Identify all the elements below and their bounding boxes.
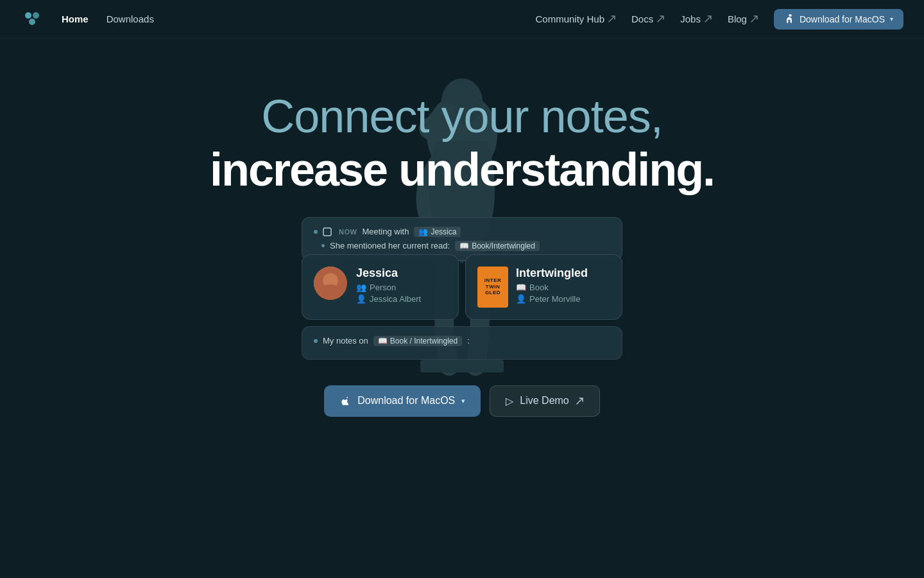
note-row-book: She mentioned her current read: 📖 Book/I… — [314, 241, 610, 251]
external-link-icon — [576, 397, 584, 405]
book-card: INTER TWIN GLED Intertwingled 📖 Book 👤 P… — [465, 254, 622, 320]
hero-title: Connect your notes, increase understandi… — [210, 90, 714, 197]
nav-community-hub[interactable]: Community Hub — [535, 13, 616, 24]
book-name: Intertwingled — [516, 267, 610, 280]
svg-point-11 — [324, 274, 337, 287]
nav-right: Community Hub Docs Jobs Blog Download fo… — [535, 9, 903, 30]
nav-blog[interactable]: Blog — [728, 13, 758, 24]
hero-section: Connect your notes, increase understandi… — [0, 39, 924, 578]
nav-home[interactable]: Home — [62, 13, 89, 24]
book-notes-tag: 📖 Book / Intertwingled — [373, 336, 462, 346]
navbar: Home Downloads Community Hub Docs Jobs B… — [0, 0, 924, 39]
nav-left: Home Downloads — [21, 8, 154, 31]
dot-icon — [321, 244, 325, 247]
nav-downloads[interactable]: Downloads — [107, 13, 154, 24]
note-card-bottom: My notes on 📖 Book / Intertwingled : — [302, 326, 622, 360]
cta-download-chevron-icon: ▾ — [461, 397, 465, 405]
entity-cards-row: Jessica 👥 Person 👤 Jessica Albert INTER … — [302, 254, 622, 320]
app-logo[interactable] — [21, 8, 44, 31]
svg-point-10 — [320, 288, 341, 300]
download-chevron-icon: ▾ — [890, 15, 893, 22]
jessica-info: Jessica 👥 Person 👤 Jessica Albert — [356, 267, 447, 304]
svg-point-2 — [29, 19, 35, 25]
nav-docs[interactable]: Docs — [631, 13, 665, 24]
dot-icon — [314, 339, 318, 343]
note-row-mynotes: My notes on 📖 Book / Intertwingled : — [314, 336, 610, 346]
person-card: Jessica 👥 Person 👤 Jessica Albert — [302, 254, 459, 320]
jessica-sub: 👤 Jessica Albert — [356, 294, 447, 304]
jessica-type: 👥 Person — [356, 283, 447, 292]
dot-icon — [314, 230, 318, 234]
book-type: 📖 Book — [516, 283, 610, 292]
svg-point-0 — [25, 12, 31, 19]
play-icon: ▷ — [506, 395, 513, 407]
svg-point-1 — [33, 12, 39, 19]
nav-jobs[interactable]: Jobs — [680, 13, 712, 24]
jessica-name: Jessica — [356, 267, 447, 280]
book-tag: 📖 Book/Intertwingled — [455, 241, 540, 251]
cta-download-button[interactable]: Download for MacOS ▾ — [324, 385, 481, 417]
avatar-face — [314, 267, 347, 300]
jessica-avatar — [314, 267, 347, 300]
note-row-meeting: NOW Meeting with 👥 Jessica — [314, 227, 610, 237]
hero-title-line1: Connect your notes, — [210, 90, 714, 143]
jessica-tag: 👥 Jessica — [414, 227, 461, 237]
book-cover: INTER TWIN GLED — [477, 267, 508, 308]
ui-demo: NOW Meeting with 👥 Jessica She mentioned… — [302, 217, 622, 360]
hero-title-line2: increase understanding. — [210, 143, 714, 197]
nav-download-button[interactable]: Download for MacOS ▾ — [774, 9, 903, 30]
cta-demo-button[interactable]: ▷ Live Demo — [490, 385, 599, 417]
cta-buttons: Download for MacOS ▾ ▷ Live Demo — [324, 385, 600, 417]
svg-rect-7 — [323, 228, 331, 236]
book-sub: 👤 Peter Morville — [516, 294, 610, 304]
svg-rect-5 — [420, 360, 504, 372]
book-info: Intertwingled 📖 Book 👤 Peter Morville — [516, 267, 610, 304]
apple-icon — [339, 395, 351, 407]
